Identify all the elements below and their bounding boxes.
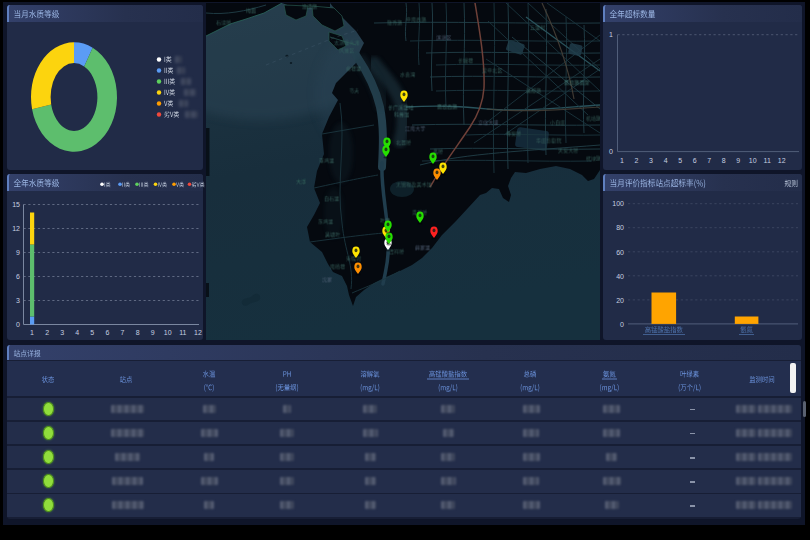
svg-text:100: 100	[612, 200, 624, 207]
svg-text:12: 12	[194, 329, 202, 336]
svg-text:8: 8	[136, 329, 140, 336]
svg-text:10: 10	[164, 329, 172, 336]
svg-text:1: 1	[620, 157, 624, 164]
svg-text:0: 0	[609, 148, 613, 155]
svg-text:5: 5	[678, 157, 682, 164]
svg-text:11: 11	[764, 157, 771, 164]
svg-text:5: 5	[90, 329, 94, 336]
svg-text:9: 9	[736, 157, 740, 164]
svg-text:9: 9	[16, 249, 20, 256]
svg-text:1: 1	[30, 329, 34, 336]
svg-text:2: 2	[45, 329, 49, 336]
svg-text:2: 2	[635, 157, 639, 164]
svg-text:7: 7	[707, 157, 711, 164]
svg-text:12: 12	[12, 225, 20, 232]
svg-text:10: 10	[749, 157, 757, 164]
svg-text:15: 15	[12, 201, 20, 208]
svg-text:1: 1	[609, 31, 613, 38]
svg-text:0: 0	[620, 321, 624, 328]
svg-text:4: 4	[75, 329, 79, 336]
svg-text:3: 3	[649, 157, 653, 164]
svg-text:0: 0	[16, 321, 20, 328]
svg-text:11: 11	[179, 329, 186, 336]
svg-text:8: 8	[722, 157, 726, 164]
svg-text:80: 80	[616, 224, 624, 231]
svg-text:7: 7	[121, 329, 125, 336]
svg-text:6: 6	[16, 273, 20, 280]
svg-text:20: 20	[616, 297, 624, 304]
svg-text:3: 3	[60, 329, 64, 336]
svg-text:6: 6	[105, 329, 109, 336]
svg-text:6: 6	[693, 157, 697, 164]
svg-text:9: 9	[151, 329, 155, 336]
svg-text:60: 60	[616, 249, 624, 256]
svg-text:40: 40	[616, 273, 624, 280]
svg-text:4: 4	[664, 157, 668, 164]
svg-text:3: 3	[16, 297, 20, 304]
svg-text:12: 12	[778, 157, 786, 164]
